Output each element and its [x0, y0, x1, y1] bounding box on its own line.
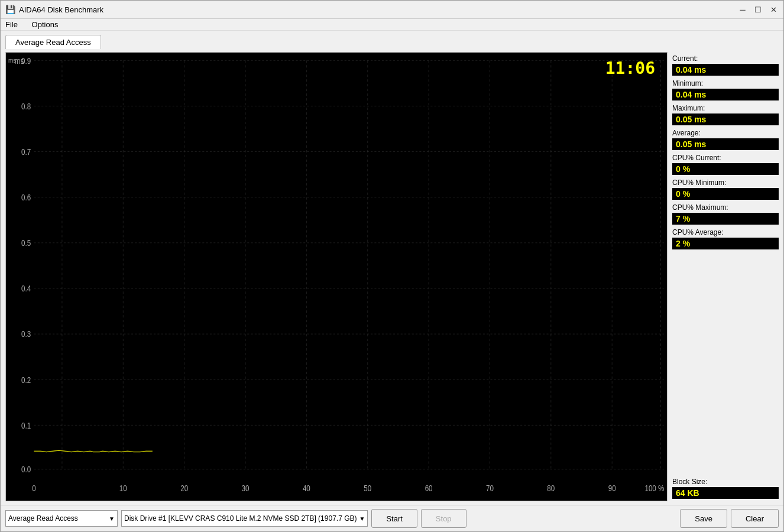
menu-file[interactable]: File [3, 19, 20, 30]
svg-text:0.4: 0.4 [21, 284, 31, 294]
svg-text:0.7: 0.7 [21, 147, 31, 157]
stat-cpu-current-label: CPU% Current: [672, 154, 779, 162]
tab-average-read-access[interactable]: Average Read Access [5, 35, 101, 49]
stat-minimum-label: Minimum: [672, 79, 779, 87]
svg-text:0.2: 0.2 [21, 375, 31, 385]
benchmark-dropdown-arrow: ▼ [109, 515, 115, 522]
clear-button[interactable]: Clear [731, 509, 779, 528]
stat-current-value: 0.04 ms [672, 64, 779, 76]
stat-average: Average: 0.05 ms [672, 129, 779, 150]
svg-text:40: 40 [303, 484, 310, 494]
svg-text:0.3: 0.3 [21, 329, 31, 339]
minimize-button[interactable]: ─ [737, 4, 748, 15]
bottom-bar: Average Read Access ▼ Disk Drive #1 [KLE… [1, 505, 783, 531]
stat-minimum-value: 0.04 ms [672, 89, 779, 100]
svg-text:90: 90 [608, 484, 616, 494]
svg-text:0: 0 [32, 484, 35, 494]
content-area: ms 11:06 [1, 48, 783, 505]
svg-text:50: 50 [364, 484, 371, 494]
stat-cpu-average-label: CPU% Average: [672, 228, 779, 236]
stat-cpu-minimum-value: 0 % [672, 188, 779, 200]
chart-wrapper: ms 11:06 [5, 52, 668, 501]
stat-maximum: Maximum: 0.05 ms [672, 104, 779, 125]
timer-display: 11:06 [605, 59, 655, 78]
svg-text:20: 20 [180, 484, 188, 494]
restore-button[interactable]: ☐ [753, 4, 763, 15]
app-title: AIDA64 Disk Benchmark [19, 5, 103, 14]
y-axis-unit: ms [8, 57, 16, 64]
title-bar: 💾 AIDA64 Disk Benchmark ─ ☐ ✕ [1, 1, 783, 19]
svg-text:10: 10 [119, 484, 127, 494]
stat-cpu-minimum-label: CPU% Minimum: [672, 179, 779, 187]
disk-dropdown[interactable]: Disk Drive #1 [KLEVV CRAS C910 Lite M.2 … [121, 510, 368, 527]
svg-text:70: 70 [486, 484, 494, 494]
side-panel: Current: 0.04 ms Minimum: 0.04 ms Maximu… [672, 52, 779, 501]
stop-button[interactable]: Stop [421, 509, 466, 528]
chart-svg: 0.9 0.8 0.7 0.6 0.5 0.4 0.3 0.2 0.1 0.0 … [6, 53, 667, 501]
stat-maximum-value: 0.05 ms [672, 113, 779, 125]
menu-options[interactable]: Options [30, 19, 61, 30]
main-window: 💾 AIDA64 Disk Benchmark ─ ☐ ✕ File Optio… [0, 0, 784, 532]
disk-dropdown-arrow: ▼ [359, 515, 365, 522]
svg-text:0.1: 0.1 [21, 420, 31, 430]
close-button[interactable]: ✕ [768, 4, 779, 15]
svg-text:0.6: 0.6 [21, 193, 31, 203]
svg-text:0.5: 0.5 [21, 238, 31, 248]
stat-average-label: Average: [672, 129, 779, 137]
stat-cpu-average-value: 2 % [672, 238, 779, 249]
benchmark-dropdown[interactable]: Average Read Access ▼ [5, 510, 118, 527]
stat-maximum-label: Maximum: [672, 104, 779, 112]
svg-text:30: 30 [242, 484, 250, 494]
stat-cpu-maximum-label: CPU% Maximum: [672, 203, 779, 212]
stat-block-size-label: Block Size: [672, 478, 779, 486]
app-icon: 💾 [5, 5, 15, 14]
tab-bar: Average Read Access [1, 31, 783, 48]
stat-average-value: 0.05 ms [672, 138, 779, 150]
start-button[interactable]: Start [371, 509, 417, 528]
stat-cpu-minimum: CPU% Minimum: 0 % [672, 179, 779, 200]
stat-cpu-current: CPU% Current: 0 % [672, 154, 779, 175]
stat-minimum: Minimum: 0.04 ms [672, 79, 779, 100]
benchmark-dropdown-value: Average Read Access [8, 514, 106, 523]
disk-dropdown-value: Disk Drive #1 [KLEVV CRAS C910 Lite M.2 … [124, 514, 357, 523]
stat-cpu-maximum-value: 7 % [672, 213, 779, 225]
stat-current-label: Current: [672, 54, 779, 63]
svg-text:60: 60 [425, 484, 433, 494]
svg-text:0.0: 0.0 [21, 465, 31, 475]
menu-bar: File Options [1, 19, 783, 31]
stat-current: Current: 0.04 ms [672, 54, 779, 76]
title-bar-controls: ─ ☐ ✕ [737, 4, 779, 15]
stat-cpu-maximum: CPU% Maximum: 7 % [672, 203, 779, 225]
svg-text:0.8: 0.8 [21, 101, 31, 111]
svg-text:80: 80 [547, 484, 555, 494]
stat-cpu-average: CPU% Average: 2 % [672, 228, 779, 249]
title-bar-left: 💾 AIDA64 Disk Benchmark [5, 5, 103, 14]
stat-cpu-current-value: 0 % [672, 163, 779, 175]
stat-block-size-value: 64 KB [672, 487, 779, 499]
save-button[interactable]: Save [680, 509, 727, 528]
stat-block-size: Block Size: 64 KB [672, 478, 779, 499]
svg-text:100 %: 100 % [644, 484, 664, 494]
